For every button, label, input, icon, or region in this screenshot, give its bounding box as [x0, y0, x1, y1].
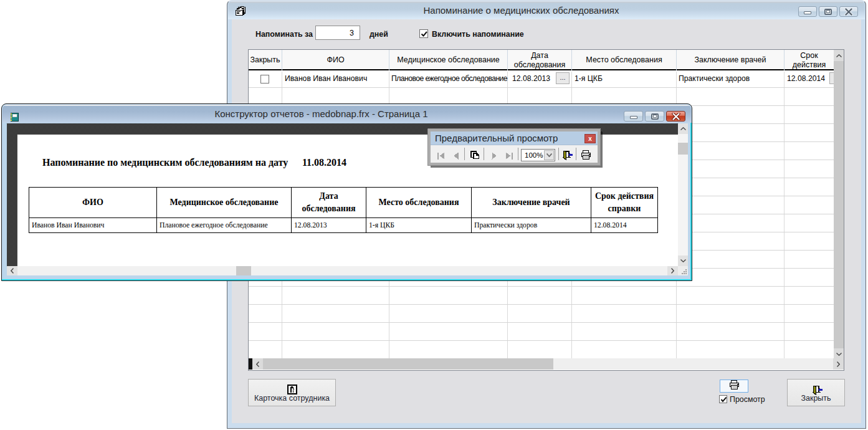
preview-toolbar-title: Предварительный просмотр: [435, 133, 558, 143]
previous-page-button[interactable]: [453, 151, 459, 162]
column-header-close[interactable]: Закрыть: [249, 50, 282, 70]
cell-place[interactable]: 1-я ЦКБ: [575, 74, 603, 83]
preview-toolbar: Предварительный просмотр x: [428, 129, 600, 165]
cell-exam-date[interactable]: 12.08.2013: [512, 74, 550, 83]
report-cell-fio: Иванов Иван Иванович: [29, 218, 157, 233]
toolbar-separator: [464, 148, 465, 160]
preview-toolbar-buttons: 100%: [431, 145, 598, 163]
close-form-label: Закрыть: [788, 394, 844, 403]
valid-date-browse-button[interactable]: [829, 72, 834, 84]
exams-grid-header: Закрыть ФИО Медицинское обследование Дат…: [249, 50, 844, 70]
cell-exam[interactable]: Плановое ежегодное обследование: [391, 74, 507, 83]
report-scroll-up-button[interactable]: [678, 123, 688, 134]
report-scroll-left-button[interactable]: [7, 266, 17, 275]
exam-date-browse-button[interactable]: ...: [556, 72, 570, 84]
print-report-button[interactable]: [581, 150, 591, 162]
reminders-window-title: Напоминание о медицинских обследованиях: [246, 5, 796, 16]
row-close-checkbox[interactable]: [260, 75, 269, 84]
report-table: ФИО Медицинское обследование Дата обслед…: [29, 187, 658, 233]
cell-fio[interactable]: Иванов Иван Иванович: [285, 74, 367, 83]
enable-reminder-checkbox[interactable]: [419, 29, 428, 38]
last-page-button[interactable]: [505, 151, 513, 162]
report-cell-conclusion: Практически здоров: [472, 218, 591, 233]
reminders-titlebar[interactable]: Напоминание о медицинских обследованиях: [228, 1, 865, 19]
scroll-right-button[interactable]: [833, 358, 844, 370]
grid-empty-row: [249, 323, 834, 341]
report-scroll-thumb[interactable]: [678, 143, 688, 155]
report-col-date: Дата обследования: [292, 188, 366, 218]
report-cell-place: 1-я ЦКБ: [366, 218, 472, 233]
zoom-dropdown-button[interactable]: [544, 150, 554, 160]
report-table-header-row: ФИО Медицинское обследование Дата обслед…: [29, 188, 658, 218]
scroll-thumb[interactable]: [834, 61, 844, 348]
column-header-fio[interactable]: ФИО: [282, 50, 389, 70]
report-col-valid: Срок действия справки: [591, 188, 658, 218]
cell-conclusion[interactable]: Практически здоров: [679, 74, 750, 83]
toolbar-separator: [576, 148, 576, 160]
report-scroll-right-button[interactable]: [667, 266, 678, 275]
scroll-thumb-horizontal[interactable]: [263, 358, 553, 370]
minimize-icon: [804, 11, 811, 14]
close-preview-button[interactable]: [561, 150, 573, 163]
report-scroll-thumb-horizontal[interactable]: [236, 266, 251, 275]
notebook-icon: [9, 112, 19, 122]
column-header-exam-date[interactable]: Дата обследования: [508, 50, 572, 70]
close-form-button[interactable]: Закрыть: [787, 379, 845, 406]
report-cell-valid: 12.08.2014: [591, 218, 658, 233]
resize-grip[interactable]: [682, 269, 687, 274]
report-cell-exam: Плановое ежегодное обследование: [157, 218, 292, 233]
report-horizontal-scrollbar[interactable]: [7, 266, 678, 275]
preview-checkbox[interactable]: [719, 395, 727, 403]
employee-card-button[interactable]: Карточка сотрудника: [248, 379, 336, 406]
cell-valid[interactable]: 12.08.2014: [787, 74, 825, 83]
print-button[interactable]: [720, 380, 748, 393]
report-scroll-down-button[interactable]: [678, 256, 688, 266]
enable-reminder-label: Включить напоминание: [432, 30, 524, 39]
column-header-valid[interactable]: Срок действия: [785, 50, 834, 70]
grid-vertical-scrollbar[interactable]: [834, 50, 844, 360]
minimize-button[interactable]: [798, 6, 817, 17]
report-titlebar[interactable]: Конструктор отчетов - medobnap.frx - Стр…: [2, 105, 691, 123]
report-cell-date: 12.08.2013: [292, 218, 366, 233]
next-page-button[interactable]: [492, 151, 497, 162]
preview-toolbar-titlebar[interactable]: Предварительный просмотр x: [431, 131, 598, 145]
maximize-icon: [651, 113, 659, 120]
column-header-conclusion[interactable]: Заключение врачей: [677, 50, 785, 70]
preview-checkbox-label: Просмотр: [730, 395, 765, 404]
employee-card-label: Карточка сотрудника: [249, 394, 335, 403]
scroll-left-button[interactable]: [252, 358, 263, 370]
report-page-title-date: 11.08.2014: [302, 157, 346, 168]
exam-row[interactable]: Иванов Иван Иванович Плановое ежегодное …: [249, 72, 834, 88]
report-page-title: Напоминание по медицинским обследованиям…: [42, 157, 288, 168]
preview-toolbar-close-button[interactable]: x: [584, 134, 596, 143]
zoom-combobox[interactable]: 100%: [521, 149, 555, 161]
card-file-icon: [235, 6, 246, 16]
toolbar-separator: [558, 148, 559, 160]
days-label: дней: [370, 30, 388, 39]
toolbar-separator: [518, 148, 518, 160]
close-button[interactable]: [839, 6, 858, 17]
desktop: Напоминание о медицинских обследованиях …: [0, 0, 868, 430]
report-table-data-row: Иванов Иван Иванович Плановое ежегодное …: [29, 218, 658, 233]
grid-horizontal-scrollbar[interactable]: [249, 358, 844, 370]
report-maximize-button[interactable]: [645, 111, 664, 122]
grid-empty-row: [249, 341, 834, 359]
report-col-place: Место обследования: [366, 188, 472, 218]
report-col-conclusion: Заключение врачей: [472, 188, 591, 218]
remind-label: Напоминать за: [255, 30, 313, 39]
column-header-place[interactable]: Место обследования: [572, 50, 677, 70]
report-window-title: Конструктор отчетов - medobnap.frx - Стр…: [19, 108, 623, 119]
maximize-button[interactable]: [819, 6, 837, 17]
report-scrollbar-corner[interactable]: [678, 266, 688, 275]
column-header-exam[interactable]: Медицинское обследование: [389, 50, 508, 70]
report-vertical-scrollbar[interactable]: [678, 123, 688, 266]
toolbar-separator: [484, 148, 484, 160]
report-minimize-button[interactable]: [624, 111, 643, 122]
report-col-fio: ФИО: [29, 188, 157, 218]
report-close-button[interactable]: [666, 111, 685, 122]
remind-days-input[interactable]: [315, 26, 360, 40]
window-edge-accent-bottom: [2, 279, 692, 280]
scroll-up-button[interactable]: [834, 50, 844, 61]
pages-button[interactable]: [470, 150, 479, 161]
first-page-button[interactable]: [437, 151, 445, 162]
